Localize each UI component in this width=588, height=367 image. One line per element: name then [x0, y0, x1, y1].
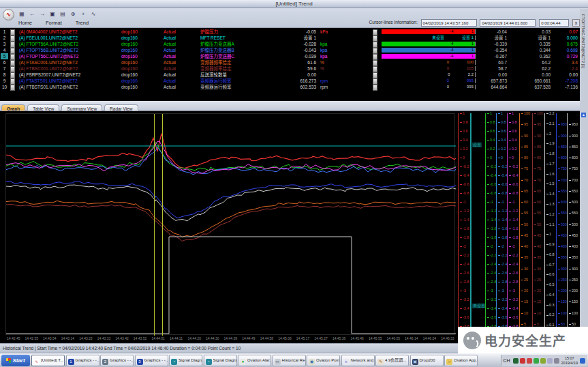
scale-range-bar[interactable]: -41 — [382, 42, 476, 46]
system-tray: CH15:072019/4/19 — [501, 355, 587, 366]
cursor-line-2[interactable] — [162, 114, 163, 336]
time-tick-label: 14:46:33 — [441, 336, 454, 340]
time-tick-label: 14:46:24 — [423, 336, 436, 340]
value-axis-10[interactable]: 9509008508007507006506005505004504003503… — [567, 113, 579, 335]
axis-tick-label: 30 — [534, 267, 541, 271]
taskbar-button[interactable]: ✎4.9负压调... — [375, 355, 409, 366]
axis-tick-label: -0.6 — [460, 183, 469, 186]
drive-tray-icon[interactable] — [554, 358, 559, 364]
time-tick-label: 14:42:55 — [25, 336, 38, 340]
axis-tick-label: -3.6 — [487, 316, 496, 319]
scale-range-bar[interactable]: 0995 — [382, 78, 476, 83]
scale-range-bar[interactable]: 0105 — [382, 66, 476, 71]
cursor-line-1[interactable] — [154, 114, 155, 336]
axis-tick-label: 0.6 — [546, 273, 555, 276]
scale-max-value: 1 — [471, 47, 474, 53]
axis-tick-label: 60 — [521, 201, 528, 204]
table-row[interactable]: 4(A) FTOPT56B.UNIT2@NET2drop160Actual炉膛压… — [0, 47, 580, 53]
value-mode: Actual — [164, 72, 176, 78]
value-unit: kpa — [320, 47, 327, 53]
cursor-time-1-field[interactable]: 04/02/2019 14:43:57.160 — [421, 19, 477, 27]
taskbar-button[interactable]: ▣Drop200 — [410, 355, 444, 366]
zoom-icon[interactable]: ⊕ — [69, 10, 77, 18]
table-row[interactable]: 1(A) 0MA04002.UNIT2@NET2drop160Actual炉膛压… — [0, 29, 580, 35]
table-row[interactable]: 9(A) FTASTS01.UNIT2@NET2drop160Actual变频器… — [0, 78, 580, 84]
title-bar[interactable]: [Untitled] Trend — [0, 0, 588, 8]
flag-tray-icon[interactable] — [547, 358, 553, 364]
cursor-time-2-field[interactable]: 04/02/2019 14:44:01.600 — [480, 19, 536, 27]
axis-tick-label: -1.4 — [509, 218, 518, 222]
axis-tick-label: 100 — [558, 312, 567, 315]
taskbar-button-label: [Untitled] T... — [41, 358, 63, 362]
green-status-tray-icon[interactable] — [533, 358, 539, 364]
back-icon[interactable]: ← — [28, 10, 36, 18]
axis-tick-label: -2.6 — [498, 271, 507, 275]
scale-range-bar[interactable]: -41 — [382, 29, 476, 34]
signal-description: 炉膛压力变送器B — [200, 47, 234, 53]
value-axis-5[interactable]: 10.80.60.40.20-0.2-0.4-0.6-0.8-1-1.2-1.4… — [507, 113, 519, 335]
value-axis-1[interactable]: 10.80.60.40.20-0.2-0.4-0.6-0.8-1-1.2-1.4… — [458, 113, 470, 335]
axes-scroll-up-icon[interactable]: ▲ — [581, 113, 586, 117]
red-status-tray-icon[interactable] — [520, 358, 525, 364]
table-row[interactable]: 2(A) FSEUL001.UNIT2@NET2drop160ActualMFT… — [0, 35, 580, 41]
chart-icon[interactable]: ▦ — [18, 10, 26, 18]
axis-tick-label: -3.4 — [498, 307, 507, 310]
table-icon[interactable]: ▤ — [59, 10, 67, 18]
side-tab-label[interactable]: FTOPT56C.UNIT2@NET2 [1] — [581, 14, 585, 68]
menu-item-home[interactable]: Home — [16, 20, 34, 26]
scale-range-bar[interactable]: -41 — [382, 54, 476, 59]
scale-range-bar[interactable]: 未设置设置 1 — [382, 35, 476, 40]
add-icon[interactable]: + — [79, 10, 87, 18]
cursor-delta-field[interactable]: 0:00:04.44 — [539, 19, 569, 27]
taskbar-button[interactable]: ▱Ovation App... — [444, 355, 478, 366]
scale-range-bar[interactable]: 02.2 — [382, 72, 476, 77]
trend-curve-vfd-run-freq-a — [6, 181, 456, 218]
network-icon: ⌗ — [343, 359, 350, 365]
taskbar-button[interactable]: ⌗Network and... — [341, 355, 375, 366]
sparkline-icon[interactable]: ∿ — [89, 10, 97, 18]
taskbar-button[interactable]: ◉Ovation Poin... — [307, 355, 340, 366]
taskbar-button[interactable]: 2Graphics - -... — [100, 355, 134, 366]
taskbar-button[interactable]: ∿[Untitled] T... — [31, 355, 65, 366]
value-mode: Actual — [164, 53, 176, 59]
leaf-tray-icon[interactable] — [540, 358, 546, 364]
trend-plot[interactable] — [5, 113, 455, 335]
display-tray-icon[interactable] — [513, 358, 519, 364]
table-row[interactable]: 6(A) FTASC001.UNIT2@NET2drop160Actual变频器… — [0, 59, 580, 65]
taskbar-button[interactable]: 3Graphics - -... — [135, 355, 168, 366]
alarm-tray-icon[interactable] — [527, 358, 532, 364]
start-button[interactable]: Start — [1, 355, 30, 366]
table-row[interactable]: 5(A) FTOPT56C.UNIT2@NET2drop160Actual炉膛压… — [0, 53, 580, 59]
scale-max-value: 995 — [467, 84, 474, 90]
value-axis-6[interactable]: 1009590858075706560555045403530252015105 — [519, 113, 531, 335]
table-row[interactable]: 7(A) FTBSC001.UNIT2@NET2drop160Actual变频器… — [0, 65, 580, 72]
cursor-info-close-icon[interactable]: x — [572, 19, 580, 27]
forward-icon[interactable]: → — [38, 10, 46, 18]
menu-item-format[interactable]: Format — [44, 20, 64, 26]
windows-corner-icon[interactable] — [580, 358, 585, 364]
graphics-3-icon: 3 — [137, 359, 143, 365]
window-icon[interactable]: ▣ — [48, 10, 57, 18]
app-button-icon[interactable]: ∿ — [3, 9, 14, 20]
taskbar-button[interactable]: ◔Signal Diagra... — [169, 355, 202, 366]
axis-tick-label: -1 — [487, 201, 493, 204]
scale-range-bar[interactable]: 0100 — [382, 60, 476, 65]
scale-range-bar[interactable]: 0995 — [382, 85, 476, 89]
value-axis-2[interactable]: 设置未设置 — [470, 113, 482, 335]
value-axis-8[interactable]: 2.22.121.91.81.71.61.51.41.31.21.110.90.… — [544, 113, 557, 335]
scale-range-bar[interactable]: -41 — [382, 48, 476, 53]
axis-tick-label: 85 — [521, 145, 528, 149]
menu-item-trend[interactable]: Trend — [74, 20, 91, 26]
taskbar-button[interactable]: ●Ovation Alar... — [238, 355, 271, 366]
trend-signal-table: 1(A) 0MA04002.UNIT2@NET2drop160Actual炉膛压… — [0, 29, 580, 91]
table-row[interactable]: 3(A) FTOPT56A.UNIT2@NET2drop160Actual炉膛压… — [0, 41, 580, 47]
language-indicator[interactable]: CH — [503, 355, 510, 366]
table-row[interactable]: 8(A) FSRPS2007.UNIT2@NET2drop160Actual反送… — [0, 72, 580, 78]
taskbar-button[interactable]: ◔Signal Diagra... — [204, 355, 237, 366]
taskbar-button[interactable]: ▭Historical Re... — [273, 355, 306, 366]
taskbar-button[interactable]: 1Graphics - -... — [66, 355, 99, 366]
axis-tick-label: 75 — [521, 167, 528, 171]
taskbar-button-label: Ovation Poin... — [316, 358, 340, 362]
table-row[interactable]: 10(A) FTBSTS01.UNIT2@NET2drop160Actual变频… — [0, 84, 580, 90]
value-axis-7[interactable]: 1009590858075706560555045403530252015105 — [532, 113, 544, 335]
